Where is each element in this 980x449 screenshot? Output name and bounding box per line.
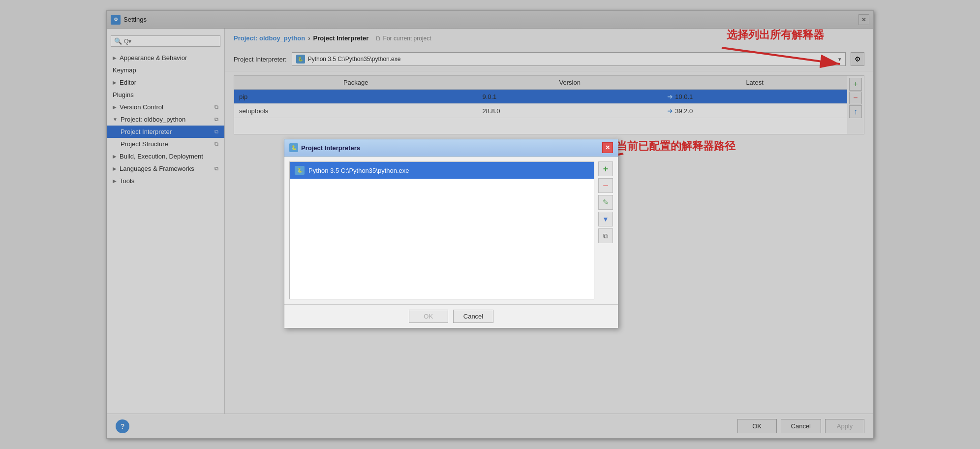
- modal-close-button[interactable]: ✕: [602, 142, 613, 153]
- modal-side-buttons: + − ✎ ▼ ⧉: [598, 161, 613, 299]
- modal-edit-button[interactable]: ✎: [598, 195, 613, 210]
- modal-title: Project Interpreters: [301, 144, 360, 152]
- settings-window: ⚙ Settings ✕ 🔍 ▶ Appearance & Behavior K…: [106, 10, 874, 439]
- modal-remove-button[interactable]: −: [598, 178, 613, 193]
- modal-footer: OK Cancel: [284, 304, 618, 328]
- modal-title-bar: 🐍 Project Interpreters ✕: [284, 139, 618, 157]
- python-icon: 🐍: [295, 166, 305, 175]
- modal-cancel-button[interactable]: Cancel: [453, 310, 493, 323]
- modal-body: 🐍 Python 3.5 C:\Python35\python.exe + − …: [284, 157, 618, 304]
- modal-add-button[interactable]: +: [598, 161, 613, 176]
- modal-ok-button[interactable]: OK: [409, 310, 448, 323]
- modal-app-icon: 🐍: [289, 143, 298, 152]
- modal-overlay: 🐍 Project Interpreters ✕ 🐍 Python 3.5 C:…: [107, 11, 873, 438]
- interpreter-item-text: Python 3.5 C:\Python35\python.exe: [308, 167, 409, 174]
- modal-title-left: 🐍 Project Interpreters: [289, 143, 360, 152]
- interpreter-list-item[interactable]: 🐍 Python 3.5 C:\Python35\python.exe: [290, 162, 594, 179]
- modal-filter-button[interactable]: ▼: [598, 212, 613, 226]
- modal-copy-button[interactable]: ⧉: [598, 228, 613, 243]
- project-interpreters-dialog: 🐍 Project Interpreters ✕ 🐍 Python 3.5 C:…: [284, 139, 618, 328]
- interpreter-list: 🐍 Python 3.5 C:\Python35\python.exe: [289, 161, 594, 299]
